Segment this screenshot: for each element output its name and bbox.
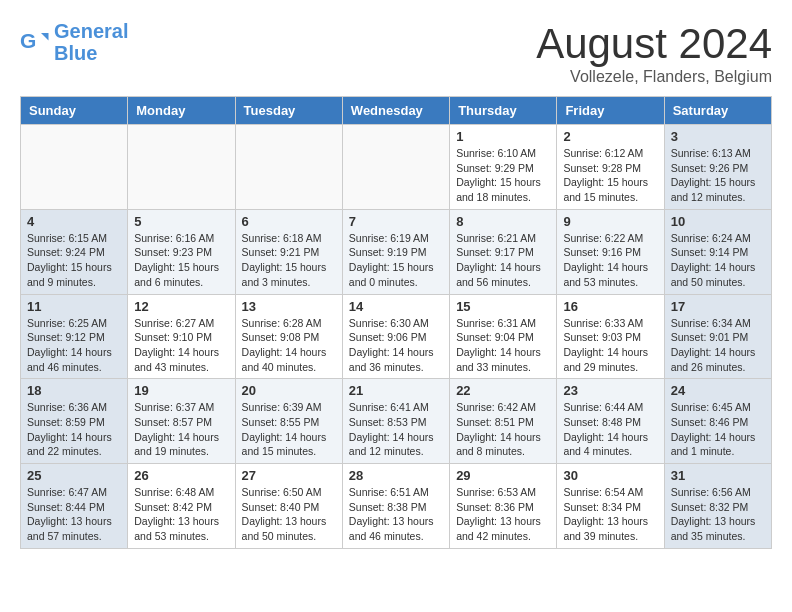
day-number: 4 xyxy=(27,214,121,229)
calendar-cell: 22Sunrise: 6:42 AM Sunset: 8:51 PM Dayli… xyxy=(450,379,557,464)
logo: G General Blue xyxy=(20,20,128,64)
calendar-week-2: 4Sunrise: 6:15 AM Sunset: 9:24 PM Daylig… xyxy=(21,209,772,294)
day-number: 23 xyxy=(563,383,657,398)
calendar-cell: 25Sunrise: 6:47 AM Sunset: 8:44 PM Dayli… xyxy=(21,464,128,549)
day-info: Sunrise: 6:42 AM Sunset: 8:51 PM Dayligh… xyxy=(456,400,550,459)
location: Vollezele, Flanders, Belgium xyxy=(536,68,772,86)
day-info: Sunrise: 6:47 AM Sunset: 8:44 PM Dayligh… xyxy=(27,485,121,544)
day-number: 17 xyxy=(671,299,765,314)
day-number: 5 xyxy=(134,214,228,229)
day-number: 29 xyxy=(456,468,550,483)
calendar-cell: 8Sunrise: 6:21 AM Sunset: 9:17 PM Daylig… xyxy=(450,209,557,294)
day-number: 11 xyxy=(27,299,121,314)
day-info: Sunrise: 6:44 AM Sunset: 8:48 PM Dayligh… xyxy=(563,400,657,459)
calendar-cell: 2Sunrise: 6:12 AM Sunset: 9:28 PM Daylig… xyxy=(557,125,664,210)
day-info: Sunrise: 6:15 AM Sunset: 9:24 PM Dayligh… xyxy=(27,231,121,290)
calendar-cell: 28Sunrise: 6:51 AM Sunset: 8:38 PM Dayli… xyxy=(342,464,449,549)
calendar-cell: 18Sunrise: 6:36 AM Sunset: 8:59 PM Dayli… xyxy=(21,379,128,464)
day-number: 1 xyxy=(456,129,550,144)
day-info: Sunrise: 6:22 AM Sunset: 9:16 PM Dayligh… xyxy=(563,231,657,290)
day-info: Sunrise: 6:48 AM Sunset: 8:42 PM Dayligh… xyxy=(134,485,228,544)
calendar-cell: 3Sunrise: 6:13 AM Sunset: 9:26 PM Daylig… xyxy=(664,125,771,210)
calendar-cell: 21Sunrise: 6:41 AM Sunset: 8:53 PM Dayli… xyxy=(342,379,449,464)
day-info: Sunrise: 6:37 AM Sunset: 8:57 PM Dayligh… xyxy=(134,400,228,459)
day-number: 3 xyxy=(671,129,765,144)
day-info: Sunrise: 6:19 AM Sunset: 9:19 PM Dayligh… xyxy=(349,231,443,290)
calendar-cell: 4Sunrise: 6:15 AM Sunset: 9:24 PM Daylig… xyxy=(21,209,128,294)
day-number: 31 xyxy=(671,468,765,483)
calendar-cell xyxy=(342,125,449,210)
day-info: Sunrise: 6:30 AM Sunset: 9:06 PM Dayligh… xyxy=(349,316,443,375)
day-number: 27 xyxy=(242,468,336,483)
calendar-cell: 24Sunrise: 6:45 AM Sunset: 8:46 PM Dayli… xyxy=(664,379,771,464)
day-number: 9 xyxy=(563,214,657,229)
day-info: Sunrise: 6:21 AM Sunset: 9:17 PM Dayligh… xyxy=(456,231,550,290)
day-info: Sunrise: 6:41 AM Sunset: 8:53 PM Dayligh… xyxy=(349,400,443,459)
calendar-cell: 7Sunrise: 6:19 AM Sunset: 9:19 PM Daylig… xyxy=(342,209,449,294)
day-number: 14 xyxy=(349,299,443,314)
svg-text:G: G xyxy=(20,29,36,52)
day-info: Sunrise: 6:31 AM Sunset: 9:04 PM Dayligh… xyxy=(456,316,550,375)
calendar-cell: 5Sunrise: 6:16 AM Sunset: 9:23 PM Daylig… xyxy=(128,209,235,294)
day-number: 21 xyxy=(349,383,443,398)
day-info: Sunrise: 6:56 AM Sunset: 8:32 PM Dayligh… xyxy=(671,485,765,544)
day-number: 24 xyxy=(671,383,765,398)
title-area: August 2024 Vollezele, Flanders, Belgium xyxy=(536,20,772,86)
svg-marker-1 xyxy=(41,33,49,41)
calendar-cell: 20Sunrise: 6:39 AM Sunset: 8:55 PM Dayli… xyxy=(235,379,342,464)
calendar-week-5: 25Sunrise: 6:47 AM Sunset: 8:44 PM Dayli… xyxy=(21,464,772,549)
day-info: Sunrise: 6:10 AM Sunset: 9:29 PM Dayligh… xyxy=(456,146,550,205)
col-header-tuesday: Tuesday xyxy=(235,97,342,125)
calendar-cell: 10Sunrise: 6:24 AM Sunset: 9:14 PM Dayli… xyxy=(664,209,771,294)
day-info: Sunrise: 6:51 AM Sunset: 8:38 PM Dayligh… xyxy=(349,485,443,544)
calendar-cell xyxy=(128,125,235,210)
day-info: Sunrise: 6:39 AM Sunset: 8:55 PM Dayligh… xyxy=(242,400,336,459)
day-number: 8 xyxy=(456,214,550,229)
day-number: 12 xyxy=(134,299,228,314)
day-number: 2 xyxy=(563,129,657,144)
day-info: Sunrise: 6:50 AM Sunset: 8:40 PM Dayligh… xyxy=(242,485,336,544)
day-info: Sunrise: 6:36 AM Sunset: 8:59 PM Dayligh… xyxy=(27,400,121,459)
day-info: Sunrise: 6:45 AM Sunset: 8:46 PM Dayligh… xyxy=(671,400,765,459)
day-info: Sunrise: 6:12 AM Sunset: 9:28 PM Dayligh… xyxy=(563,146,657,205)
logo-blue: Blue xyxy=(54,42,97,64)
col-header-wednesday: Wednesday xyxy=(342,97,449,125)
day-info: Sunrise: 6:34 AM Sunset: 9:01 PM Dayligh… xyxy=(671,316,765,375)
day-number: 20 xyxy=(242,383,336,398)
day-info: Sunrise: 6:25 AM Sunset: 9:12 PM Dayligh… xyxy=(27,316,121,375)
calendar: SundayMondayTuesdayWednesdayThursdayFrid… xyxy=(20,96,772,549)
calendar-cell: 16Sunrise: 6:33 AM Sunset: 9:03 PM Dayli… xyxy=(557,294,664,379)
calendar-cell: 6Sunrise: 6:18 AM Sunset: 9:21 PM Daylig… xyxy=(235,209,342,294)
calendar-cell: 12Sunrise: 6:27 AM Sunset: 9:10 PM Dayli… xyxy=(128,294,235,379)
page: G General Blue August 2024 Vollezele, Fl… xyxy=(0,0,792,569)
calendar-cell: 31Sunrise: 6:56 AM Sunset: 8:32 PM Dayli… xyxy=(664,464,771,549)
day-number: 13 xyxy=(242,299,336,314)
calendar-cell xyxy=(235,125,342,210)
day-info: Sunrise: 6:54 AM Sunset: 8:34 PM Dayligh… xyxy=(563,485,657,544)
day-number: 18 xyxy=(27,383,121,398)
logo-text: General Blue xyxy=(54,20,128,64)
day-info: Sunrise: 6:13 AM Sunset: 9:26 PM Dayligh… xyxy=(671,146,765,205)
calendar-cell: 27Sunrise: 6:50 AM Sunset: 8:40 PM Dayli… xyxy=(235,464,342,549)
day-info: Sunrise: 6:16 AM Sunset: 9:23 PM Dayligh… xyxy=(134,231,228,290)
col-header-friday: Friday xyxy=(557,97,664,125)
calendar-cell: 15Sunrise: 6:31 AM Sunset: 9:04 PM Dayli… xyxy=(450,294,557,379)
col-header-thursday: Thursday xyxy=(450,97,557,125)
day-number: 6 xyxy=(242,214,336,229)
calendar-cell: 23Sunrise: 6:44 AM Sunset: 8:48 PM Dayli… xyxy=(557,379,664,464)
month-title: August 2024 xyxy=(536,20,772,68)
calendar-cell: 9Sunrise: 6:22 AM Sunset: 9:16 PM Daylig… xyxy=(557,209,664,294)
day-info: Sunrise: 6:33 AM Sunset: 9:03 PM Dayligh… xyxy=(563,316,657,375)
header: G General Blue August 2024 Vollezele, Fl… xyxy=(20,20,772,86)
day-number: 22 xyxy=(456,383,550,398)
day-number: 15 xyxy=(456,299,550,314)
day-info: Sunrise: 6:53 AM Sunset: 8:36 PM Dayligh… xyxy=(456,485,550,544)
day-number: 26 xyxy=(134,468,228,483)
calendar-week-3: 11Sunrise: 6:25 AM Sunset: 9:12 PM Dayli… xyxy=(21,294,772,379)
calendar-cell: 13Sunrise: 6:28 AM Sunset: 9:08 PM Dayli… xyxy=(235,294,342,379)
calendar-cell: 11Sunrise: 6:25 AM Sunset: 9:12 PM Dayli… xyxy=(21,294,128,379)
day-number: 7 xyxy=(349,214,443,229)
calendar-header-row: SundayMondayTuesdayWednesdayThursdayFrid… xyxy=(21,97,772,125)
col-header-saturday: Saturday xyxy=(664,97,771,125)
day-info: Sunrise: 6:28 AM Sunset: 9:08 PM Dayligh… xyxy=(242,316,336,375)
